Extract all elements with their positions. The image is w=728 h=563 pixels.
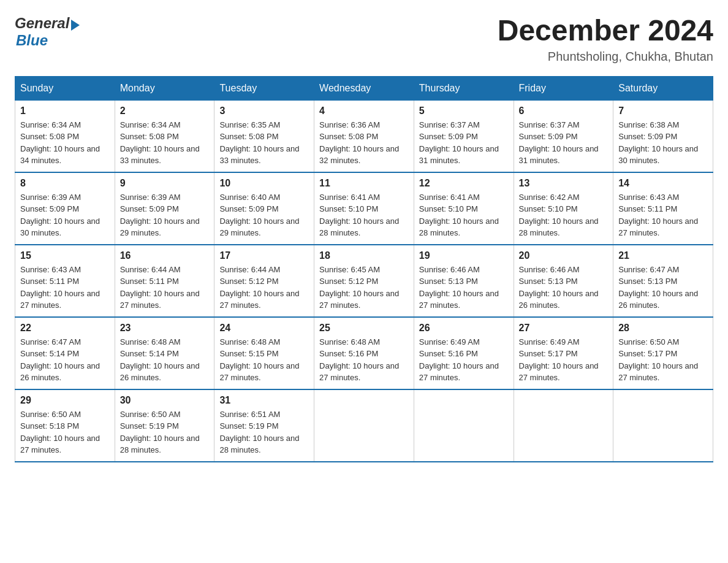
calendar-week-5: 29 Sunrise: 6:50 AM Sunset: 5:18 PM Dayl… [15, 389, 713, 462]
calendar-cell: 5 Sunrise: 6:37 AM Sunset: 5:09 PM Dayli… [414, 100, 514, 172]
day-info: Sunrise: 6:43 AM Sunset: 5:11 PM Dayligh… [20, 264, 110, 312]
calendar-cell: 22 Sunrise: 6:47 AM Sunset: 5:14 PM Dayl… [15, 317, 115, 389]
calendar-cell: 2 Sunrise: 6:34 AM Sunset: 5:08 PM Dayli… [115, 100, 214, 172]
calendar-cell: 26 Sunrise: 6:49 AM Sunset: 5:16 PM Dayl… [414, 317, 514, 389]
day-number: 4 [319, 105, 409, 117]
calendar-cell: 23 Sunrise: 6:48 AM Sunset: 5:14 PM Dayl… [115, 317, 214, 389]
calendar-cell: 31 Sunrise: 6:51 AM Sunset: 5:19 PM Dayl… [214, 389, 314, 462]
day-number: 23 [120, 323, 210, 334]
day-number: 18 [319, 250, 409, 261]
calendar-week-2: 8 Sunrise: 6:39 AM Sunset: 5:09 PM Dayli… [15, 172, 713, 245]
logo-arrow-icon [71, 20, 80, 31]
calendar-week-3: 15 Sunrise: 6:43 AM Sunset: 5:11 PM Dayl… [15, 245, 713, 317]
day-number: 26 [419, 323, 509, 334]
calendar-header: Sunday Monday Tuesday Wednesday Thursday… [15, 76, 713, 100]
calendar-cell: 10 Sunrise: 6:40 AM Sunset: 5:09 PM Dayl… [214, 172, 314, 245]
day-info: Sunrise: 6:45 AM Sunset: 5:12 PM Dayligh… [319, 264, 409, 312]
day-number: 6 [519, 105, 609, 117]
day-info: Sunrise: 6:48 AM Sunset: 5:15 PM Dayligh… [219, 336, 309, 384]
day-info: Sunrise: 6:48 AM Sunset: 5:16 PM Dayligh… [319, 336, 409, 384]
calendar-week-1: 1 Sunrise: 6:34 AM Sunset: 5:08 PM Dayli… [15, 100, 713, 172]
day-info: Sunrise: 6:51 AM Sunset: 5:19 PM Dayligh… [219, 408, 309, 456]
day-number: 12 [419, 178, 509, 189]
day-number: 2 [120, 105, 210, 117]
day-number: 11 [319, 178, 409, 189]
logo-general-text: General [15, 15, 69, 32]
day-info: Sunrise: 6:37 AM Sunset: 5:09 PM Dayligh… [419, 119, 509, 167]
day-number: 8 [20, 178, 110, 189]
calendar-cell: 11 Sunrise: 6:41 AM Sunset: 5:10 PM Dayl… [314, 172, 414, 245]
col-wednesday: Wednesday [314, 76, 414, 100]
calendar-cell [414, 389, 514, 462]
day-info: Sunrise: 6:50 AM Sunset: 5:17 PM Dayligh… [618, 336, 708, 384]
day-number: 22 [20, 323, 110, 334]
day-info: Sunrise: 6:44 AM Sunset: 5:12 PM Dayligh… [219, 264, 309, 312]
logo: General Blue [15, 15, 80, 49]
calendar-cell: 8 Sunrise: 6:39 AM Sunset: 5:09 PM Dayli… [15, 172, 115, 245]
calendar-cell: 3 Sunrise: 6:35 AM Sunset: 5:08 PM Dayli… [214, 100, 314, 172]
calendar-cell: 29 Sunrise: 6:50 AM Sunset: 5:18 PM Dayl… [15, 389, 115, 462]
day-number: 5 [419, 105, 509, 117]
calendar-cell: 13 Sunrise: 6:42 AM Sunset: 5:10 PM Dayl… [514, 172, 613, 245]
col-friday: Friday [514, 76, 613, 100]
calendar-cell: 27 Sunrise: 6:49 AM Sunset: 5:17 PM Dayl… [514, 317, 613, 389]
calendar-cell: 1 Sunrise: 6:34 AM Sunset: 5:08 PM Dayli… [15, 100, 115, 172]
day-info: Sunrise: 6:34 AM Sunset: 5:08 PM Dayligh… [20, 119, 110, 167]
day-info: Sunrise: 6:43 AM Sunset: 5:11 PM Dayligh… [618, 191, 708, 239]
day-number: 3 [219, 105, 309, 117]
day-info: Sunrise: 6:50 AM Sunset: 5:18 PM Dayligh… [20, 408, 110, 456]
day-number: 30 [120, 395, 210, 406]
calendar-body: 1 Sunrise: 6:34 AM Sunset: 5:08 PM Dayli… [15, 100, 713, 462]
calendar-cell: 16 Sunrise: 6:44 AM Sunset: 5:11 PM Dayl… [115, 245, 214, 317]
day-info: Sunrise: 6:50 AM Sunset: 5:19 PM Dayligh… [120, 408, 210, 456]
col-saturday: Saturday [613, 76, 713, 100]
calendar-cell: 4 Sunrise: 6:36 AM Sunset: 5:08 PM Dayli… [314, 100, 414, 172]
header-row: Sunday Monday Tuesday Wednesday Thursday… [15, 76, 713, 100]
calendar-table: Sunday Monday Tuesday Wednesday Thursday… [15, 76, 713, 462]
calendar-cell: 12 Sunrise: 6:41 AM Sunset: 5:10 PM Dayl… [414, 172, 514, 245]
calendar-cell: 20 Sunrise: 6:46 AM Sunset: 5:13 PM Dayl… [514, 245, 613, 317]
day-number: 21 [618, 250, 708, 261]
day-info: Sunrise: 6:42 AM Sunset: 5:10 PM Dayligh… [519, 191, 609, 239]
calendar-cell: 28 Sunrise: 6:50 AM Sunset: 5:17 PM Dayl… [613, 317, 713, 389]
calendar-cell: 30 Sunrise: 6:50 AM Sunset: 5:19 PM Dayl… [115, 389, 214, 462]
location-subtitle: Phuntsholing, Chukha, Bhutan [498, 50, 713, 64]
day-info: Sunrise: 6:49 AM Sunset: 5:17 PM Dayligh… [519, 336, 609, 384]
day-number: 24 [219, 323, 309, 334]
day-info: Sunrise: 6:35 AM Sunset: 5:08 PM Dayligh… [219, 119, 309, 167]
day-number: 13 [519, 178, 609, 189]
page-header: General Blue December 2024 Phuntsholing,… [15, 15, 713, 64]
calendar-cell: 19 Sunrise: 6:46 AM Sunset: 5:13 PM Dayl… [414, 245, 514, 317]
day-info: Sunrise: 6:47 AM Sunset: 5:13 PM Dayligh… [618, 264, 708, 312]
calendar-cell: 15 Sunrise: 6:43 AM Sunset: 5:11 PM Dayl… [15, 245, 115, 317]
col-thursday: Thursday [414, 76, 514, 100]
calendar-cell [314, 389, 414, 462]
calendar-cell: 7 Sunrise: 6:38 AM Sunset: 5:09 PM Dayli… [613, 100, 713, 172]
day-number: 25 [319, 323, 409, 334]
col-sunday: Sunday [15, 76, 115, 100]
day-number: 15 [20, 250, 110, 261]
day-info: Sunrise: 6:41 AM Sunset: 5:10 PM Dayligh… [319, 191, 409, 239]
calendar-cell [613, 389, 713, 462]
calendar-cell: 18 Sunrise: 6:45 AM Sunset: 5:12 PM Dayl… [314, 245, 414, 317]
day-info: Sunrise: 6:40 AM Sunset: 5:09 PM Dayligh… [219, 191, 309, 239]
col-monday: Monday [115, 76, 214, 100]
month-title: December 2024 [498, 15, 713, 47]
day-info: Sunrise: 6:41 AM Sunset: 5:10 PM Dayligh… [419, 191, 509, 239]
day-info: Sunrise: 6:36 AM Sunset: 5:08 PM Dayligh… [319, 119, 409, 167]
day-number: 29 [20, 395, 110, 406]
day-number: 19 [419, 250, 509, 261]
calendar-cell: 6 Sunrise: 6:37 AM Sunset: 5:09 PM Dayli… [514, 100, 613, 172]
col-tuesday: Tuesday [214, 76, 314, 100]
day-info: Sunrise: 6:39 AM Sunset: 5:09 PM Dayligh… [20, 191, 110, 239]
day-info: Sunrise: 6:47 AM Sunset: 5:14 PM Dayligh… [20, 336, 110, 384]
calendar-cell [514, 389, 613, 462]
calendar-cell: 21 Sunrise: 6:47 AM Sunset: 5:13 PM Dayl… [613, 245, 713, 317]
day-number: 7 [618, 105, 708, 117]
day-number: 14 [618, 178, 708, 189]
day-info: Sunrise: 6:34 AM Sunset: 5:08 PM Dayligh… [120, 119, 210, 167]
calendar-cell: 25 Sunrise: 6:48 AM Sunset: 5:16 PM Dayl… [314, 317, 414, 389]
calendar-cell: 24 Sunrise: 6:48 AM Sunset: 5:15 PM Dayl… [214, 317, 314, 389]
title-area: December 2024 Phuntsholing, Chukha, Bhut… [498, 15, 713, 64]
day-info: Sunrise: 6:49 AM Sunset: 5:16 PM Dayligh… [419, 336, 509, 384]
